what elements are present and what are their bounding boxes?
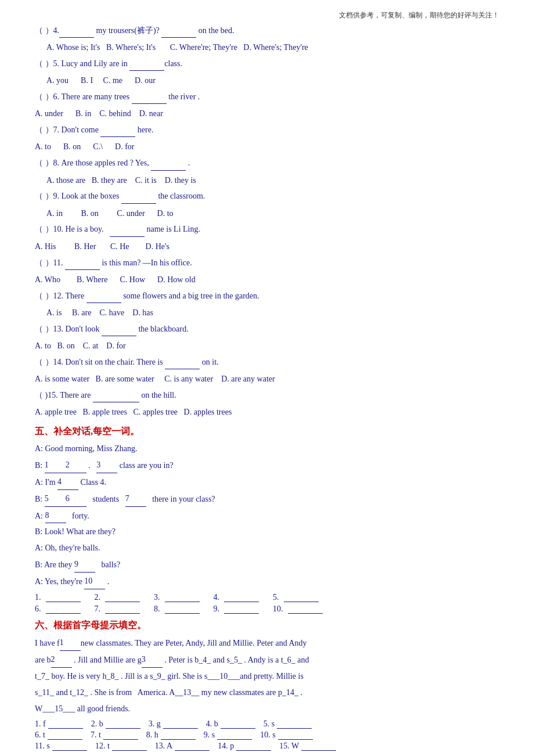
page-container: 文档供参考，可复制、编制，期待您的好评与关注！ （ ）4. my trouser… bbox=[0, 0, 534, 756]
s6-a10 bbox=[278, 739, 313, 740]
blank-10 bbox=[110, 236, 145, 237]
s6-label-10: 10. s bbox=[260, 730, 275, 740]
blank-14 bbox=[165, 369, 200, 369]
section6-title: 六、根据首字母提示填空。 bbox=[35, 620, 499, 632]
blank-12 bbox=[86, 303, 121, 303]
section5: 五、补全对话,每空一词。 A: Good morning, Miss Zhang… bbox=[35, 426, 499, 614]
blank-13 bbox=[102, 336, 136, 336]
s6-label-5: 5. s bbox=[264, 719, 275, 729]
s6-label-11: 11. s bbox=[35, 741, 50, 751]
q5: （ ）5. Lucy and Lily are in class. bbox=[35, 56, 499, 71]
q15: （ )15. There are on the hill. bbox=[35, 388, 499, 402]
blank-s5-5: 5 bbox=[45, 491, 66, 507]
q6-options: A. under B. in C. behind D. near bbox=[35, 106, 499, 121]
dialogue-a2: A: I'm 4 Class 4. bbox=[35, 474, 499, 490]
blank-8 bbox=[151, 170, 186, 171]
blank-s5-3: 3 bbox=[96, 458, 117, 473]
s6-a8 bbox=[161, 739, 196, 740]
s6-a3 bbox=[163, 728, 198, 729]
dialogue-b1: B: 12 . 3 class are you in? bbox=[35, 458, 499, 473]
blank-s5-10: 10 bbox=[84, 574, 105, 589]
dialogue-b4: B: Are they 9 balls? bbox=[35, 557, 499, 573]
q11-options: A. Who B. Where C. How D. How old bbox=[35, 272, 499, 287]
section6-answers: 1. f 2. b 3. g 4. b 5. s 6. t 7. t 8. h … bbox=[35, 719, 499, 751]
s6-a12 bbox=[112, 750, 147, 751]
ans-label-9: 9. bbox=[214, 604, 220, 614]
q14-options: A. is some water B. are some water C. is… bbox=[35, 372, 499, 387]
ans-label-5: 5. bbox=[273, 593, 279, 602]
q9: （ ）9. Look at the boxes the classroom. bbox=[35, 189, 499, 203]
q12: （ ）12. There some flowers and a big tree… bbox=[35, 289, 499, 303]
dialogue-a3: A: 8 forty. bbox=[35, 508, 499, 524]
s6-label-4: 4. b bbox=[206, 719, 218, 729]
s6-label-12: 12. t bbox=[95, 741, 110, 751]
q13-options: A. to B. on C. at D. for bbox=[35, 339, 499, 354]
blank-6 bbox=[132, 103, 167, 104]
blank-11 bbox=[65, 269, 100, 270]
q7: （ ）7. Don't come here. bbox=[35, 123, 499, 137]
blank-7 bbox=[100, 136, 135, 137]
dialogue-a4: A: Oh, they're balls. bbox=[35, 541, 499, 556]
q11: （ ）11. is this man? —In his office. bbox=[35, 255, 499, 270]
ans-1 bbox=[46, 593, 81, 602]
ans-label-7: 7. bbox=[95, 604, 101, 614]
b6-3: 3 bbox=[142, 652, 163, 668]
ans-5 bbox=[284, 593, 319, 602]
q4-options: A. Whose is; It's B. Where's; It's C. Wh… bbox=[46, 40, 499, 55]
ans-6 bbox=[46, 604, 81, 614]
ans-9 bbox=[224, 604, 259, 614]
ans-label-10: 10. bbox=[273, 604, 283, 614]
s6-a4 bbox=[221, 728, 255, 729]
blank-4a bbox=[59, 37, 94, 38]
ans-4 bbox=[224, 593, 259, 602]
blank-9 bbox=[121, 203, 156, 204]
blank-4b bbox=[161, 37, 196, 38]
section6-passage3: t_7_ boy. He is very h_8_ . Jill is a s_… bbox=[35, 669, 499, 684]
q13: （ ）13. Don't look the blackboard. bbox=[35, 322, 499, 336]
s6-a5 bbox=[277, 728, 312, 729]
s6-label-15: 15. W bbox=[279, 741, 299, 751]
dialogue-a5: A: Yes, they're 10 . bbox=[35, 574, 499, 589]
s6-label-13: 13. A bbox=[155, 741, 172, 751]
section6-passage2: are b2 . Jill and Millie are g3 . Peter … bbox=[35, 652, 499, 668]
ans-label-4: 4. bbox=[214, 593, 220, 602]
section6: 六、根据首字母提示填空。 I have f1new classmates. Th… bbox=[35, 620, 499, 751]
ans-7 bbox=[105, 604, 140, 614]
q4: （ ）4. my trousers(裤子)? on the bed. bbox=[35, 23, 499, 38]
ans-2 bbox=[105, 593, 140, 602]
s6-label-1: 1. f bbox=[35, 719, 46, 729]
s6-a2 bbox=[106, 728, 140, 729]
section6-passage5: W___15___ all good friends. bbox=[35, 701, 499, 717]
s6-a13 bbox=[175, 750, 210, 751]
blank-15 bbox=[93, 402, 139, 402]
ans-label-3: 3. bbox=[154, 593, 160, 602]
ans-label-8: 8. bbox=[154, 604, 160, 614]
section6-passage4: s_11_ and t_12_ . She is from America. A… bbox=[35, 685, 499, 700]
dialogue-b2: B: 56 students 7 there in your class? bbox=[35, 491, 499, 507]
s6-a9 bbox=[217, 739, 252, 740]
questions-section: （ ）4. my trousers(裤子)? on the bed. A. Wh… bbox=[35, 23, 499, 420]
ans-8 bbox=[165, 604, 200, 614]
q12-options: A. is B. are C. have D. has bbox=[46, 305, 499, 321]
blank-s5-8: 8 bbox=[45, 508, 66, 524]
s6-label-14: 14. p bbox=[218, 741, 234, 751]
q5-options: A. you B. I C. me D. our bbox=[46, 73, 499, 88]
s6-label-7: 7. t bbox=[91, 730, 101, 740]
s6-label-6: 6. t bbox=[35, 730, 45, 740]
blank-s5-7: 7 bbox=[125, 491, 146, 507]
s6-a15 bbox=[301, 750, 336, 751]
blank-s5-9: 9 bbox=[74, 557, 95, 573]
q14: （ ）14. Don't sit on the chair. There is … bbox=[35, 355, 499, 369]
ans-label-1: 1. bbox=[35, 593, 41, 602]
blank-s5-2: 2 bbox=[66, 458, 86, 473]
dialogue-b3: B: Look! What are they? bbox=[35, 524, 499, 539]
ans-label-6: 6. bbox=[35, 604, 41, 614]
dialogue-a1: A: Good morning, Miss Zhang. bbox=[35, 441, 499, 456]
q9-options: A. in B. on C. under D. to bbox=[46, 206, 499, 221]
s6-label-3: 3. g bbox=[149, 719, 161, 729]
q15-options: A. apple tree B. apple trees C. apples t… bbox=[35, 405, 499, 420]
b6-2: 2 bbox=[51, 652, 72, 668]
blank-s5-6: 6 bbox=[66, 491, 86, 507]
q7-options: A. to B. on C.\ D. for bbox=[35, 139, 499, 154]
q8-options: A. those are B. they are C. it is D. the… bbox=[46, 173, 499, 188]
